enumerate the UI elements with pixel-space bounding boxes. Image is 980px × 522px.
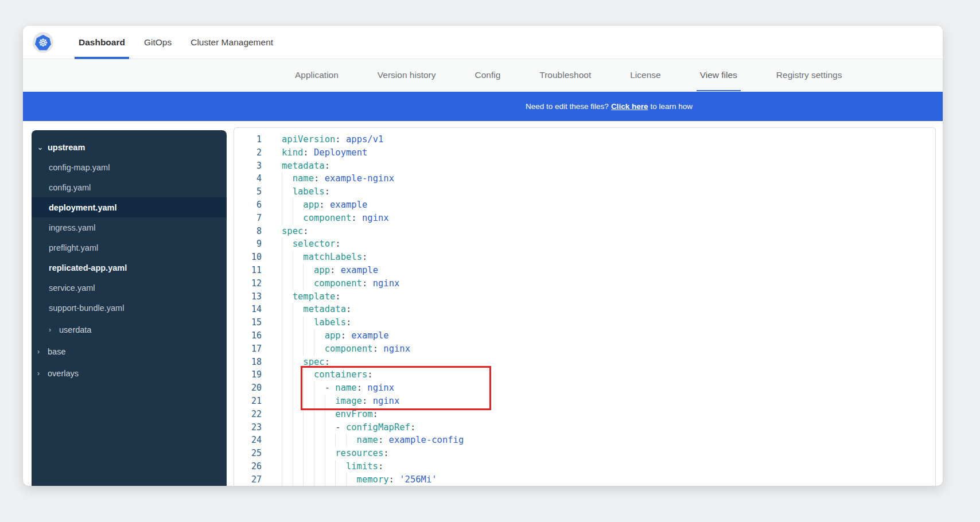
indent-guide bbox=[293, 408, 304, 421]
subnav-tab-label: Troubleshoot bbox=[539, 70, 591, 80]
code-text: kind: Deployment bbox=[262, 146, 367, 159]
subnav-tab-license[interactable]: License bbox=[630, 59, 660, 92]
indent-guide bbox=[335, 434, 346, 447]
subnav-tab-config[interactable]: Config bbox=[475, 59, 501, 92]
code-text: resources: bbox=[262, 447, 389, 460]
indent-guide bbox=[325, 473, 336, 486]
subnav-tab-application[interactable]: Application bbox=[295, 59, 339, 92]
tree-file-support-bundle-yaml[interactable]: support-bundle.yaml bbox=[32, 298, 227, 318]
indent-guide bbox=[282, 329, 293, 342]
banner-text-prefix: Need to edit these files? bbox=[526, 102, 609, 111]
indent-guide bbox=[293, 421, 304, 434]
indent-guide bbox=[303, 329, 314, 342]
kubernetes-wheel-icon: ☸ bbox=[35, 35, 51, 50]
tree-folder-base[interactable]: ›base bbox=[32, 341, 227, 361]
indent-guide bbox=[303, 316, 314, 329]
tree-file-config-yaml[interactable]: config.yaml bbox=[32, 177, 227, 197]
yaml-value: nginx bbox=[367, 278, 399, 289]
tree-file-ingress-yaml[interactable]: ingress.yaml bbox=[32, 217, 227, 237]
header-tab-gitops[interactable]: GitOps bbox=[144, 26, 172, 59]
subnav-tab-version-history[interactable]: Version history bbox=[378, 59, 436, 92]
subnav-tab-label: Application bbox=[295, 70, 339, 80]
yaml-key: template bbox=[293, 291, 336, 302]
header-tab-dashboard[interactable]: Dashboard bbox=[79, 26, 125, 59]
code-line: 21image: nginx bbox=[234, 395, 935, 408]
code-line: 4name: example-nginx bbox=[234, 172, 935, 185]
indent-guide bbox=[293, 356, 304, 369]
code-line: 15labels: bbox=[234, 316, 935, 329]
file-editor[interactable]: 1apiVersion: apps/v12kind: Deployment3me… bbox=[234, 127, 936, 486]
indent-guide bbox=[293, 264, 304, 277]
code-text: spec: bbox=[262, 356, 330, 369]
yaml-key: memory bbox=[357, 474, 389, 485]
code-line: 1apiVersion: apps/v1 bbox=[234, 133, 935, 146]
yaml-value: nginx bbox=[362, 383, 394, 393]
yaml-colon: : bbox=[325, 186, 330, 197]
tree-file-deployment-yaml[interactable]: deployment.yaml bbox=[32, 197, 227, 217]
yaml-colon: : bbox=[346, 304, 351, 314]
click-here-link[interactable]: Click here bbox=[611, 102, 648, 111]
line-number: 7 bbox=[234, 212, 262, 225]
indent-guide bbox=[293, 381, 304, 395]
indent-guide bbox=[293, 316, 304, 329]
indent-guide bbox=[325, 447, 336, 460]
tree-file-service-yaml[interactable]: service.yaml bbox=[32, 278, 227, 298]
tree-file-replicated-app-yaml[interactable]: replicated-app.yaml bbox=[32, 258, 227, 278]
indent-guide bbox=[282, 237, 293, 251]
banner-text-suffix: to learn how bbox=[650, 102, 693, 111]
line-number: 19 bbox=[234, 368, 262, 381]
subnav-tab-label: View files bbox=[700, 70, 737, 80]
indent-guide bbox=[293, 303, 304, 316]
indent-guide bbox=[282, 185, 293, 198]
chevron-right-icon: › bbox=[37, 369, 48, 377]
yaml-value: example bbox=[335, 265, 378, 275]
indent-guide bbox=[293, 342, 304, 356]
code-line: 12component: nginx bbox=[234, 277, 935, 290]
indent-guide bbox=[325, 408, 336, 421]
indent-guide bbox=[303, 434, 314, 447]
tree-item-label: upstream bbox=[48, 143, 85, 152]
tree-folder-upstream[interactable]: ⌄upstream bbox=[32, 137, 227, 157]
yaml-value: example bbox=[325, 200, 368, 210]
indent-guide bbox=[303, 408, 314, 421]
indent-guide bbox=[282, 408, 293, 421]
code-line: 8spec: bbox=[234, 225, 935, 238]
subnav-tab-view-files[interactable]: View files bbox=[700, 59, 737, 92]
tree-folder-overlays[interactable]: ›overlays bbox=[32, 363, 227, 383]
indent-guide bbox=[282, 290, 293, 303]
code-line: 6app: example bbox=[234, 198, 935, 212]
subnav-tab-label: Config bbox=[475, 70, 501, 80]
indent-guide bbox=[314, 460, 325, 473]
yaml-colon: : bbox=[351, 213, 356, 223]
code-line: 19containers: bbox=[234, 368, 935, 381]
code-line: 26limits: bbox=[234, 460, 935, 473]
indent-guide bbox=[293, 251, 304, 264]
line-number: 2 bbox=[234, 146, 262, 159]
yaml-value: '256Mi' bbox=[394, 474, 437, 485]
yaml-key: name bbox=[335, 383, 356, 393]
code-line: 7component: nginx bbox=[234, 212, 935, 225]
indent-guide bbox=[314, 408, 325, 421]
code-text: selector: bbox=[262, 237, 341, 251]
tree-file-config-map-yaml[interactable]: config-map.yaml bbox=[32, 157, 227, 177]
code-line: 27memory: '256Mi' bbox=[234, 473, 935, 486]
indent-guide bbox=[293, 277, 304, 290]
code-text: spec: bbox=[262, 225, 309, 238]
code-text: memory: '256Mi' bbox=[262, 473, 437, 486]
tree-file-preflight-yaml[interactable]: preflight.yaml bbox=[32, 237, 227, 258]
edit-files-banner: Need to edit these files? Click here to … bbox=[23, 92, 943, 121]
tree-item-label: replicated-app.yaml bbox=[49, 263, 127, 272]
yaml-key: spec bbox=[282, 226, 303, 236]
tree-folder-userdata[interactable]: ›userdata bbox=[32, 320, 227, 340]
header-tab-cluster-management[interactable]: Cluster Management bbox=[190, 26, 273, 59]
indent-guide bbox=[282, 356, 293, 369]
code-text: - configMapRef: bbox=[262, 421, 415, 434]
yaml-value: example bbox=[346, 330, 389, 341]
subnav-tab-registry-settings[interactable]: Registry settings bbox=[776, 59, 842, 92]
code-line: 20- name: nginx bbox=[234, 381, 935, 395]
subnav-tab-troubleshoot[interactable]: Troubleshoot bbox=[539, 59, 591, 92]
yaml-dash: - bbox=[335, 422, 346, 433]
code-text: name: example-config bbox=[262, 434, 464, 447]
yaml-key: envFrom bbox=[335, 409, 372, 419]
indent-guide bbox=[282, 303, 293, 316]
